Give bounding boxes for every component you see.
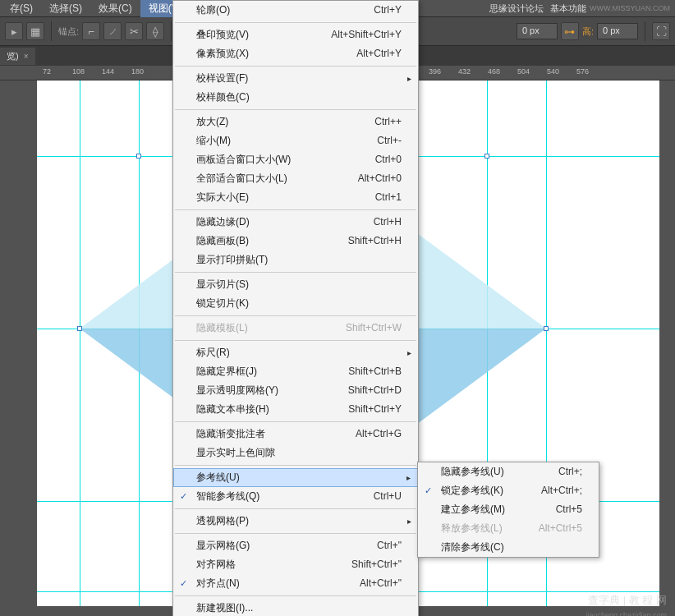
menu-item[interactable]: 显示透明度网格(Y)Shift+Ctrl+D bbox=[173, 381, 418, 400]
menu-item[interactable]: 放大(Z)Ctrl++ bbox=[173, 113, 418, 131]
menu-item-label: 隐藏渐变批注者 bbox=[196, 427, 331, 441]
menu-shortcut: Alt+Ctrl+0 bbox=[333, 172, 402, 186]
submenu-item[interactable]: 清除参考线(C) bbox=[418, 538, 599, 557]
menu-separator bbox=[175, 465, 416, 466]
document-tab[interactable]: 览) × bbox=[0, 48, 35, 65]
menu-item-label: 标尺(R) bbox=[196, 346, 402, 360]
menu-shortcut: Ctrl+5 bbox=[531, 503, 582, 517]
ruler-tick: 468 bbox=[488, 67, 500, 76]
menu-separator bbox=[175, 272, 416, 273]
menu-shortcut: Ctrl+- bbox=[352, 134, 402, 148]
ruler-tick: 72 bbox=[43, 67, 51, 76]
menu-item[interactable]: 参考线(U)▸ bbox=[173, 468, 418, 487]
menu-item-label: 透视网格(P) bbox=[196, 514, 402, 528]
anchor-point[interactable] bbox=[77, 326, 82, 331]
submenu-arrow-icon: ▸ bbox=[407, 71, 411, 85]
watermark-url: jiaocheng.chazidian.com bbox=[585, 611, 667, 616]
menu-item[interactable]: 实际大小(E)Ctrl+1 bbox=[173, 188, 418, 207]
view-menu-dropdown: 轮廓(O)Ctrl+Y叠印预览(V)Alt+Shift+Ctrl+Y像素预览(X… bbox=[172, 0, 419, 616]
menu-shortcut: Ctrl+U bbox=[349, 490, 402, 503]
check-icon: ✓ bbox=[425, 484, 432, 498]
menu-item[interactable]: 隐藏边缘(D)Ctrl+H bbox=[173, 213, 418, 232]
ruler-tick: 540 bbox=[547, 67, 559, 76]
menu-separator bbox=[175, 22, 416, 23]
menu-item-label: 锁定切片(K) bbox=[196, 297, 402, 310]
menu-item[interactable]: 像素预览(X)Alt+Ctrl+Y bbox=[173, 44, 418, 63]
menu-item[interactable]: 轮廓(O)Ctrl+Y bbox=[173, 1, 418, 20]
link-icon[interactable]: ⊶ bbox=[561, 22, 579, 40]
menu-item-label: 叠印预览(V) bbox=[196, 28, 306, 42]
anchor-label: 锚点: bbox=[58, 25, 79, 38]
menu-save[interactable]: 存(S) bbox=[2, 0, 41, 17]
menu-item[interactable]: 显示打印拼贴(T) bbox=[173, 251, 418, 269]
ruler-tick: 144 bbox=[102, 67, 114, 76]
menu-item[interactable]: 新建视图(I)... bbox=[173, 599, 418, 616]
menu-item[interactable]: 隐藏渐变批注者Alt+Ctrl+G bbox=[173, 425, 418, 444]
submenu-item-label: 隐藏参考线(U) bbox=[441, 465, 534, 479]
menu-item[interactable]: 校样颜色(C) bbox=[173, 88, 418, 107]
submenu-arrow-icon: ▸ bbox=[407, 514, 411, 528]
menu-item[interactable]: 显示实时上色间隙 bbox=[173, 444, 418, 462]
menu-item[interactable]: 校样设置(F)▸ bbox=[173, 69, 418, 88]
forum-link[interactable]: 思缘设计论坛 bbox=[489, 2, 550, 15]
menu-item-label: 对齐网格 bbox=[196, 558, 327, 572]
menu-item-label: 缩小(M) bbox=[196, 134, 352, 148]
menu-shortcut: Alt+Shift+Ctrl+Y bbox=[306, 28, 402, 42]
menu-item-label: 全部适合窗口大小(L) bbox=[196, 172, 333, 186]
close-icon[interactable]: × bbox=[24, 52, 29, 61]
submenu-item[interactable]: ✓锁定参考线(K)Alt+Ctrl+; bbox=[418, 481, 599, 500]
menu-item[interactable]: 缩小(M)Ctrl+- bbox=[173, 131, 418, 150]
menu-item: 隐藏模板(L)Shift+Ctrl+W bbox=[173, 319, 418, 338]
menu-item[interactable]: 标尺(R)▸ bbox=[173, 343, 418, 362]
arrow-tool-icon[interactable]: ▸ bbox=[5, 22, 23, 40]
menu-item-label: 隐藏边缘(D) bbox=[196, 215, 349, 229]
check-icon: ✓ bbox=[180, 577, 187, 591]
menu-item[interactable]: 锁定切片(K) bbox=[173, 294, 418, 313]
menu-item[interactable]: ✓对齐点(N)Alt+Ctrl+" bbox=[173, 574, 418, 593]
anchor-point[interactable] bbox=[484, 154, 489, 159]
px-field-1[interactable]: 0 px bbox=[517, 23, 558, 39]
menu-effect[interactable]: 效果(C) bbox=[90, 0, 140, 17]
menu-item[interactable]: 画板适合窗口大小(W)Ctrl+0 bbox=[173, 150, 418, 169]
ruler-tick: 180 bbox=[131, 67, 144, 76]
menu-item-label: 校样颜色(C) bbox=[196, 90, 402, 104]
menu-item[interactable]: 叠印预览(V)Alt+Shift+Ctrl+Y bbox=[173, 25, 418, 44]
menu-item[interactable]: 隐藏定界框(J)Shift+Ctrl+B bbox=[173, 362, 418, 381]
anchor-convert-icon[interactable]: ⌐ bbox=[82, 22, 100, 40]
basic-functions[interactable]: 基本功能 bbox=[550, 2, 590, 15]
anchor-disconnect-icon[interactable]: ⟠ bbox=[146, 22, 164, 40]
check-icon: ✓ bbox=[180, 490, 187, 503]
menu-item-label: 放大(Z) bbox=[196, 115, 350, 129]
anchor-cut-icon[interactable]: ✂ bbox=[125, 22, 143, 40]
menu-item-label: 智能参考线(Q) bbox=[196, 490, 349, 503]
submenu-item[interactable]: 隐藏参考线(U)Ctrl+; bbox=[418, 462, 599, 481]
menu-item[interactable]: 透视网格(P)▸ bbox=[173, 512, 418, 531]
menu-item-label: 实际大小(E) bbox=[196, 191, 351, 205]
menu-item-label: 显示切片(S) bbox=[196, 278, 402, 292]
menu-item[interactable]: ✓智能参考线(Q)Ctrl+U bbox=[173, 487, 418, 506]
menu-separator bbox=[175, 533, 416, 534]
swatch-icon[interactable]: ▦ bbox=[26, 22, 44, 40]
menu-item-label: 显示打印拼贴(T) bbox=[196, 253, 402, 267]
menu-shortcut: Shift+Ctrl+B bbox=[324, 365, 402, 379]
menu-item[interactable]: 隐藏文本串接(H)Shift+Ctrl+Y bbox=[173, 400, 418, 419]
menu-shortcut: Shift+Ctrl+W bbox=[321, 321, 402, 335]
anchor-point[interactable] bbox=[136, 154, 141, 159]
menu-item-label: 参考线(U) bbox=[196, 471, 402, 485]
anchor-point[interactable] bbox=[544, 326, 549, 331]
menu-item[interactable]: 对齐网格Shift+Ctrl+" bbox=[173, 555, 418, 574]
menu-item[interactable]: 全部适合窗口大小(L)Alt+Ctrl+0 bbox=[173, 169, 418, 188]
menu-item[interactable]: 隐藏画板(B)Shift+Ctrl+H bbox=[173, 232, 418, 251]
anchor-remove-icon[interactable]: ⟋ bbox=[103, 22, 122, 40]
submenu-item[interactable]: 建立参考线(M)Ctrl+5 bbox=[418, 500, 599, 519]
menu-item-label: 显示实时上色间隙 bbox=[196, 446, 402, 460]
ruler-tick: 504 bbox=[517, 67, 530, 76]
menu-item[interactable]: 显示网格(G)Ctrl+" bbox=[173, 536, 418, 555]
menu-item-label: 隐藏定界框(J) bbox=[196, 365, 324, 379]
px-field-2[interactable]: 0 px bbox=[597, 23, 638, 39]
crop-icon[interactable]: ⛶ bbox=[652, 22, 670, 40]
menu-item[interactable]: 显示切片(S) bbox=[173, 275, 418, 294]
menu-select[interactable]: 选择(S) bbox=[41, 0, 90, 17]
ruler-tick: 432 bbox=[458, 67, 471, 76]
menu-separator bbox=[175, 595, 416, 596]
